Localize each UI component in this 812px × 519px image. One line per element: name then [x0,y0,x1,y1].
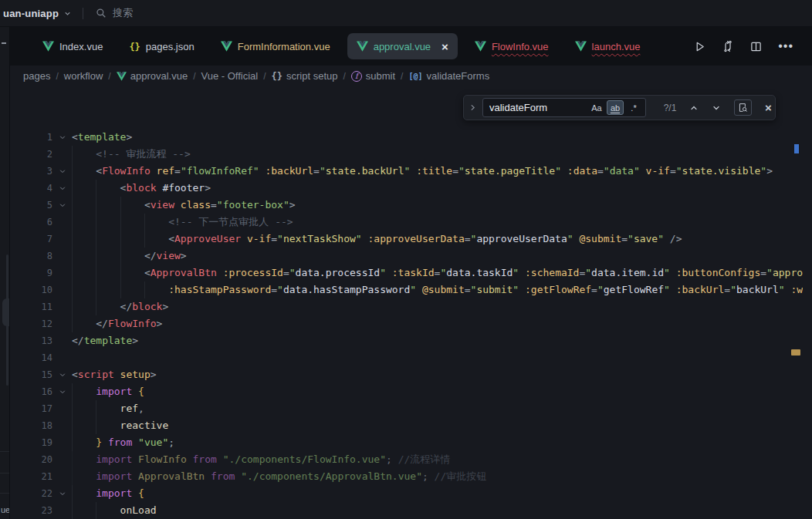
run-icon[interactable] [694,41,705,52]
symbol-function-icon: f [351,71,362,82]
tab-Index.vue[interactable]: Index.vue [33,33,112,59]
breadcrumb-item-script-setup[interactable]: {}script setup [272,70,338,82]
indent-guide [72,265,96,281]
next-match-button[interactable] [712,103,721,113]
breadcrumb-item-approval.vue[interactable]: approval.vue [117,70,188,82]
sidebar-sliver[interactable]: ue [0,27,10,519]
code-line-content: <template> [72,129,803,146]
indent-guide [96,180,120,197]
fold-gutter [52,502,72,519]
code-line: 5<view class="footer-box"> [10,197,803,214]
split-editor-icon[interactable] [750,41,762,52]
breadcrumb-item-validateforms[interactable]: [@]validateForms [408,70,489,82]
compare-changes-icon[interactable] [722,40,734,52]
breadcrumb-label: Vue - Official [201,70,258,82]
breadcrumb-label: submit [366,70,395,82]
indent-guide [72,417,96,434]
line-number: 16 [10,383,52,400]
more-actions-icon[interactable]: ••• [778,42,793,50]
breadcrumb-separator: / [343,71,345,82]
line-number: 9 [10,265,52,281]
code-line: 16import { [10,383,803,400]
indent-guide [72,180,96,197]
fold-gutter [52,214,72,231]
close-tab-icon[interactable]: × [442,41,448,52]
line-number: 6 [10,214,52,231]
tab-approval.vue[interactable]: approval.vue× [347,33,458,59]
regex-button[interactable]: .* [625,100,642,115]
breadcrumb-label: workflow [64,70,103,82]
code-line: 11</block> [10,298,803,315]
breadcrumb-item-workflow[interactable]: workflow [64,70,103,82]
line-number: 18 [10,417,52,434]
fold-chevron-icon[interactable] [52,129,72,146]
fold-chevron-icon[interactable] [52,366,72,383]
braces-icon: {} [272,71,283,82]
find-in-selection-button[interactable] [734,99,752,116]
global-search[interactable]: 搜索 [96,6,133,20]
code-line-content: onLoad [72,502,803,519]
line-number: 2 [10,146,52,163]
code-line: 22import { [10,485,803,502]
sidebar-divider [0,473,10,474]
breadcrumb-label: pages [23,70,50,82]
breadcrumb-item-submit[interactable]: fsubmit [351,70,395,82]
tabs: Index.vue{}pages.jsonFormInformation.vue… [33,33,657,59]
line-number: 13 [10,332,52,349]
match-case-button[interactable]: Aa [588,100,605,115]
fold-chevron-icon[interactable] [52,383,72,400]
line-number: 15 [10,366,52,383]
line-number: 20 [10,451,52,468]
workspace-name[interactable]: uan-uniapp [3,8,59,19]
indent-guide [72,248,96,265]
tab-pages.json[interactable]: {}pages.json [120,33,203,59]
tab-launch.vue[interactable]: launch.vue [566,33,650,59]
breadcrumb-separator: / [56,71,58,82]
sidebar-divider [0,451,10,452]
breadcrumb-item-vue-official[interactable]: Vue - Official [201,70,258,82]
code-line: 4<block #footer> [10,180,803,197]
code-lines: 1<template>2<!-- 审批流程 -->3<FlowInfo ref=… [10,129,803,519]
code-line: 12</FlowInfo> [10,315,803,332]
previous-match-button[interactable] [689,103,699,113]
breadcrumb-separator: / [108,71,110,82]
fold-chevron-icon[interactable] [52,163,72,180]
code-line-content: } from "vue"; [72,434,803,451]
indent-guide [72,163,96,180]
close-find-widget-button[interactable]: × [765,102,772,113]
tab-FlowInfo.vue[interactable]: FlowInfo.vue [465,33,558,59]
code-line-content: </block> [72,298,803,315]
indent-guide [72,214,96,231]
code-editor[interactable]: 1<template>2<!-- 审批流程 -->3<FlowInfo ref=… [10,86,812,519]
tab-FormInformation.vue[interactable]: FormInformation.vue [211,33,340,59]
vue-file-icon [221,41,232,52]
json-file-icon: {} [129,41,140,52]
whole-word-button[interactable]: ab [611,103,620,113]
breadcrumb-item-pages[interactable]: pages [23,70,50,82]
code-line: 2<!-- 审批流程 --> [10,146,803,163]
find-input[interactable] [489,102,587,113]
fold-chevron-icon[interactable] [52,197,72,214]
breadcrumb-separator: / [401,71,403,82]
code-line: 23onLoad [10,502,803,519]
fold-gutter [52,248,72,265]
indent-guide [72,502,96,519]
code-line-content: </template> [72,332,803,349]
vue-file-icon [117,72,127,81]
indent-guide [144,214,168,231]
code-line: 20import FlowInfo from "./components/Flo… [10,451,803,468]
line-number: 14 [10,349,52,366]
toggle-replace-icon[interactable] [469,103,477,112]
tab-label: approval.vue [374,41,431,52]
indent-guide [144,281,168,298]
code-line-content: <view class="footer-box"> [72,197,803,214]
fold-chevron-icon[interactable] [52,485,72,502]
symbol-method-icon: [@] [408,72,422,80]
fold-chevron-icon[interactable] [52,180,72,197]
indent-guide [96,231,120,248]
code-line: 14 [10,349,803,366]
code-line-content: <ApproveUser v-if="nextTaskShow" :approv… [72,231,803,248]
breadcrumb-label: approval.vue [130,70,188,82]
sidebar-fragment [2,42,6,44]
chevron-down-icon[interactable] [63,9,72,18]
